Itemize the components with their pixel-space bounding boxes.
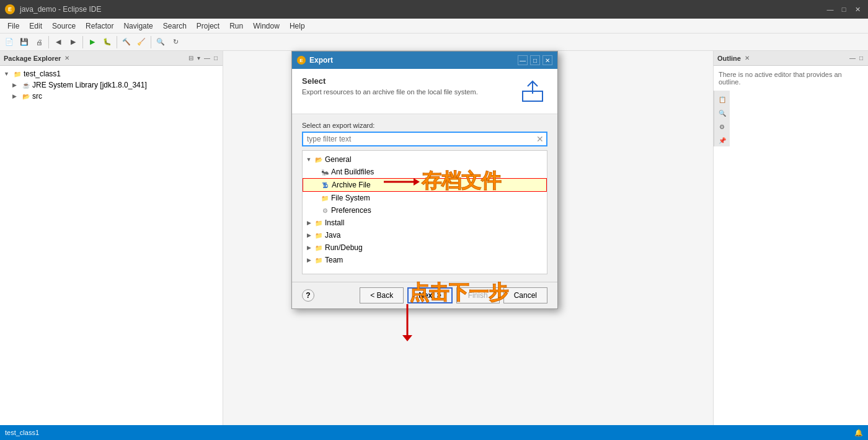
dialog-minimize-btn[interactable]: — xyxy=(518,55,528,65)
menu-project[interactable]: Project xyxy=(192,20,224,32)
jre-icon: ☕ xyxy=(21,80,31,90)
dialog-close-btn[interactable]: ✕ xyxy=(542,55,552,65)
project-label: test_class1 xyxy=(24,70,61,78)
app-icon: E xyxy=(5,4,15,14)
panel-menu-btn[interactable]: ▾ xyxy=(196,55,202,61)
dtree-java[interactable]: ▶ 📁 Java xyxy=(303,229,547,241)
tree-project[interactable]: ▼ 📁 test_class1 xyxy=(2,68,220,79)
panel-header-left: Package Explorer ✕ xyxy=(4,55,71,62)
src-label: src xyxy=(32,92,42,101)
side-icon-4[interactable]: 📌 xyxy=(716,134,728,146)
window-title: java_demo - Eclipse IDE xyxy=(20,5,101,14)
dialog-header-title: Select xyxy=(302,76,478,86)
next-button[interactable]: Next > xyxy=(407,287,452,303)
side-icon-1[interactable]: 📋 xyxy=(716,93,728,106)
dialog-footer: ? < Back Next > Finish Cancel xyxy=(292,282,557,308)
toolbar-new-btn[interactable]: 📄 xyxy=(2,35,16,49)
dtree-archive-file[interactable]: 🗜 Archive File xyxy=(303,178,547,192)
toolbar-fwd-btn[interactable]: ▶ xyxy=(66,35,80,49)
outline-panel: Outline ✕ — □ There is no active editor … xyxy=(713,51,868,425)
dtree-run-debug[interactable]: ▶ 📁 Run/Debug xyxy=(303,241,547,254)
menu-window[interactable]: Window xyxy=(248,20,285,32)
toolbar-debug-btn[interactable]: 🐛 xyxy=(100,35,114,49)
back-button[interactable]: < Back xyxy=(360,287,404,303)
dtree-ant-buildfiles[interactable]: 🐜 Ant Buildfiles xyxy=(303,166,547,178)
cancel-button[interactable]: Cancel xyxy=(503,287,547,303)
project-children: ▶ ☕ JRE System Library [jdk1.8.0_341] ▶ … xyxy=(11,79,220,102)
team-label: Team xyxy=(325,256,343,264)
menu-source[interactable]: Source xyxy=(47,20,81,32)
panel-min-btn[interactable]: — xyxy=(203,55,211,61)
panel-max-btn[interactable]: □ xyxy=(213,55,219,61)
minimize-button[interactable]: — xyxy=(825,4,836,15)
dtree-install[interactable]: ▶ 📁 Install xyxy=(303,217,547,229)
maximize-button[interactable]: □ xyxy=(838,4,849,15)
toolbar-sep-2 xyxy=(82,36,83,48)
dialog-header-icon xyxy=(518,76,547,106)
outline-header-left: Outline ✕ xyxy=(717,55,751,62)
filter-clear-btn[interactable]: ✕ xyxy=(534,134,546,144)
prefs-icon: ⚙ xyxy=(320,205,330,215)
tree-src[interactable]: ▶ 📂 src xyxy=(11,91,220,102)
install-label: Install xyxy=(325,218,344,227)
menu-file[interactable]: File xyxy=(2,20,24,32)
toolbar-sep-4 xyxy=(151,36,151,48)
archive-icon: 🗜 xyxy=(321,180,330,190)
toolbar-run-btn[interactable]: ▶ xyxy=(86,35,99,49)
toolbar-print-btn[interactable]: 🖨 xyxy=(32,35,46,49)
toolbar: 📄 💾 🖨 ◀ ▶ ▶ 🐛 🔨 🧹 🔍 ↻ xyxy=(0,34,868,51)
toolbar-refresh-btn[interactable]: ↻ xyxy=(169,35,182,49)
panel-collapse-btn[interactable]: ⊟ xyxy=(187,55,195,61)
outline-max-btn[interactable]: □ xyxy=(858,55,864,61)
outline-tab-close[interactable]: ✕ xyxy=(743,55,751,61)
help-button[interactable]: ? xyxy=(302,289,314,302)
dtree-team[interactable]: ▶ 📁 Team xyxy=(303,254,547,266)
toolbar-clean-btn[interactable]: 🧹 xyxy=(135,35,148,49)
dtree-general[interactable]: ▼ 📂 General xyxy=(303,153,547,166)
menu-search[interactable]: Search xyxy=(158,20,192,32)
general-arrow: ▼ xyxy=(305,156,312,163)
menu-help[interactable]: Help xyxy=(285,20,310,32)
tree-jre[interactable]: ▶ ☕ JRE System Library [jdk1.8.0_341] xyxy=(11,79,220,91)
menu-edit[interactable]: Edit xyxy=(24,20,47,32)
menu-refactor[interactable]: Refactor xyxy=(81,20,118,32)
dialog-header-desc: Export resources to an archive file on t… xyxy=(302,88,478,96)
wizard-label: Select an export wizard: xyxy=(302,122,547,129)
title-bar-controls: — □ ✕ xyxy=(825,4,863,15)
package-explorer-header: Package Explorer ✕ ⊟ ▾ — □ xyxy=(0,51,223,66)
filesystem-label: File System xyxy=(331,194,370,202)
finish-button[interactable]: Finish xyxy=(456,287,500,303)
menu-navigate[interactable]: Navigate xyxy=(118,20,157,32)
side-icon-3[interactable]: ⚙ xyxy=(716,120,728,133)
outline-min-btn[interactable]: — xyxy=(848,55,857,61)
install-icon: 📁 xyxy=(314,218,324,228)
menu-bar: File Edit Source Refactor Navigate Searc… xyxy=(0,19,868,34)
rundebug-arrow: ▶ xyxy=(305,245,312,251)
package-explorer-tab-label: Package Explorer xyxy=(4,55,61,62)
dtree-preferences[interactable]: ⚙ Preferences xyxy=(303,204,547,217)
dialog-maximize-btn[interactable]: □ xyxy=(530,55,540,65)
ant-label: Ant Buildfiles xyxy=(331,168,374,176)
filter-input[interactable] xyxy=(303,133,534,145)
src-arrow: ▶ xyxy=(12,93,20,99)
outline-content: There is no active editor that provides … xyxy=(714,66,868,91)
status-notif-icon: 🔔 xyxy=(854,429,863,437)
toolbar-build-btn[interactable]: 🔨 xyxy=(120,35,133,49)
toolbar-back-btn[interactable]: ◀ xyxy=(51,35,65,49)
prefs-label: Preferences xyxy=(331,206,371,215)
dialog-title-text: Export xyxy=(309,56,333,65)
side-icon-2[interactable]: 🔍 xyxy=(716,107,728,119)
java-icon: 📁 xyxy=(314,230,324,240)
toolbar-search-btn[interactable]: 🔍 xyxy=(154,35,167,49)
title-bar: E java_demo - Eclipse IDE — □ ✕ xyxy=(0,0,868,19)
toolbar-save-btn[interactable]: 💾 xyxy=(17,35,31,49)
general-folder-icon: 📂 xyxy=(314,155,324,164)
package-explorer-tab-close[interactable]: ✕ xyxy=(63,55,71,61)
close-button[interactable]: ✕ xyxy=(852,4,863,15)
outline-tab-label: Outline xyxy=(717,55,741,62)
install-arrow: ▶ xyxy=(305,220,312,226)
dtree-file-system[interactable]: 📁 File System xyxy=(303,192,547,204)
menu-run[interactable]: Run xyxy=(224,20,248,32)
team-arrow: ▶ xyxy=(305,257,312,263)
dialog-tree: ▼ 📂 General 🐜 Ant Buildfiles 🗜 Archive F… xyxy=(302,150,547,274)
